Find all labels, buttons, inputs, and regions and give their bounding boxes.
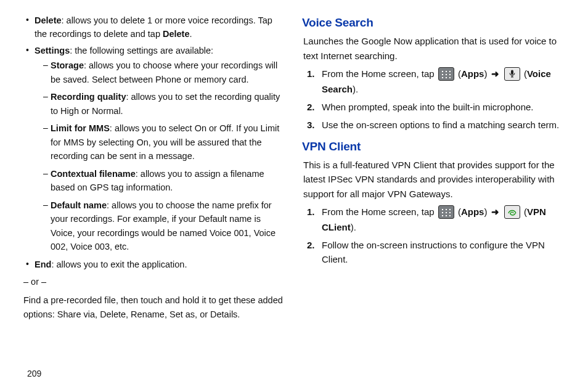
heading-voice-search: Voice Search — [302, 14, 565, 31]
sub-limit-mms: Limit for MMS: allows you to select On o… — [35, 121, 285, 163]
apps-grid-icon — [438, 205, 454, 219]
step-text-prefix: From the Home screen, tap — [322, 68, 437, 79]
page-number: 209 — [27, 367, 41, 381]
step-text: When prompted, speak into the built-in m… — [322, 102, 534, 112]
bullet-text: : the following settings are available: — [70, 46, 213, 55]
sub-recording-quality: Recording quality: allows you to set the… — [35, 90, 285, 118]
step-number: 1. — [307, 67, 315, 81]
step-1: 1. From the Home screen, tap (Apps) ➜ (V… — [303, 205, 565, 234]
or-divider: – or – — [23, 275, 285, 288]
vpn-swirl-icon — [504, 205, 520, 219]
vpn-intro: This is a full-featured VPN Client that … — [303, 158, 565, 201]
apps-label: Apps — [461, 68, 484, 79]
step-2: 2. Follow the on-screen instructions to … — [303, 238, 565, 267]
bullet-settings: Settings: the following settings are ava… — [23, 44, 285, 254]
arrow-icon: ➜ — [491, 206, 499, 217]
bullet-tail: . — [190, 29, 192, 39]
bullet-delete: Delete: allows you to delete 1 or more v… — [23, 14, 285, 41]
bullet-label: Delete — [35, 15, 62, 25]
step-number: 2. — [307, 238, 315, 252]
sub-label: Default name — [51, 200, 107, 210]
arrow-icon: ➜ — [491, 68, 499, 79]
step-number: 1. — [307, 205, 315, 219]
vpn-steps: 1. From the Home screen, tap (Apps) ➜ (V… — [303, 205, 565, 267]
voice-search-intro: Launches the Google Now application that… — [303, 34, 565, 63]
sub-label: Recording quality — [51, 92, 126, 102]
sub-default-name: Default name: allows you to choose the n… — [35, 198, 285, 254]
sub-label: Storage — [51, 60, 84, 70]
step-number: 2. — [307, 100, 315, 114]
bullet-end: End: allows you to exit the application. — [23, 258, 285, 271]
bullet-label: End — [35, 259, 51, 269]
right-column: Voice Search Launches the Google Now app… — [303, 14, 565, 321]
step-text: Follow the on-screen instructions to con… — [322, 240, 545, 264]
step-3: 3. Use the on-screen options to find a m… — [303, 118, 565, 132]
step-text: Use the on-screen options to find a matc… — [322, 120, 559, 130]
step-text-prefix: From the Home screen, tap — [322, 206, 437, 217]
bullet-text: : allows you to exit the application. — [51, 259, 187, 269]
apps-grid-icon — [438, 67, 454, 81]
sub-storage: Storage: allows you to choose where your… — [35, 59, 285, 86]
apps-label: Apps — [461, 206, 484, 217]
bullet-tail-bold: Delete — [163, 29, 190, 39]
voice-search-steps: 1. From the Home screen, tap (Apps) ➜ (V… — [303, 67, 565, 133]
step-1: 1. From the Home screen, tap (Apps) ➜ (V… — [303, 67, 565, 96]
heading-vpn-client: VPN Client — [302, 137, 565, 155]
sub-text: : allows you to choose where your record… — [51, 60, 277, 84]
sub-label: Limit for MMS — [51, 123, 110, 133]
sub-contextual-filename: Contextual filename: allows you to assig… — [35, 167, 285, 195]
sub-label: Contextual filename — [51, 169, 136, 179]
step-number: 3. — [307, 118, 315, 132]
step-2: 2. When prompted, speak into the built-i… — [303, 100, 565, 114]
bullet-text: : allows you to delete 1 or more voice r… — [35, 15, 272, 39]
closing-paragraph: Find a pre-recorded file, then touch and… — [23, 293, 285, 321]
microphone-icon — [504, 67, 520, 81]
left-column: Delete: allows you to delete 1 or more v… — [23, 14, 285, 321]
bullet-label: Settings — [35, 46, 70, 55]
